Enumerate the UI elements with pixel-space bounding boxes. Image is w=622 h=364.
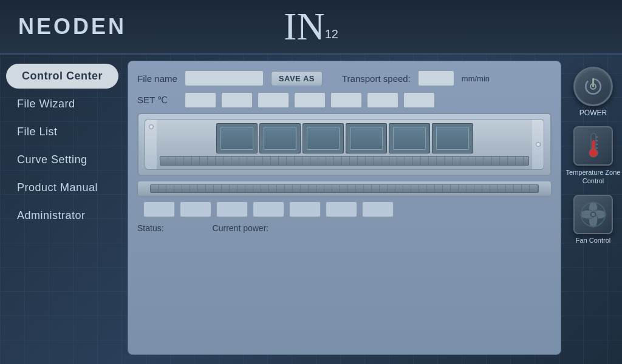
speed-unit: mm/min (462, 74, 490, 83)
save-as-button[interactable]: SAVE AS (271, 71, 323, 86)
zone-5 (389, 123, 430, 153)
sidebar-item-administrator[interactable]: Administrator (6, 203, 118, 228)
oven-visualization (137, 113, 552, 176)
zone-6 (432, 123, 473, 153)
file-label: File name (137, 73, 177, 84)
svg-point-5 (589, 149, 598, 157)
zone-2 (259, 123, 301, 153)
sidebar-item-curve-setting[interactable]: Curve Setting (6, 147, 118, 172)
fan-label: Fan Control (576, 237, 610, 244)
temp-zone-group: Temperature Zone Control (564, 126, 622, 186)
oven-left-cap (145, 119, 157, 170)
bottom-box-1[interactable] (143, 201, 175, 217)
oven-right-cap (532, 119, 544, 170)
heating-zones (160, 123, 529, 153)
sidebar: Control Center File Wizard File List Cur… (0, 55, 125, 364)
zone-3 (302, 123, 344, 153)
transport-label: Transport speed: (342, 73, 411, 84)
sidebar-item-product-manual[interactable]: Product Manual (6, 175, 118, 200)
current-power-label: Current power: (213, 223, 269, 233)
zone-5-inner (393, 127, 426, 150)
bottom-box-4[interactable] (253, 201, 284, 217)
set-temp-row: SET ℃ (137, 92, 552, 108)
fan-icon (579, 201, 607, 228)
power-label: POWER (579, 109, 607, 117)
temp-zone-button[interactable] (573, 126, 613, 166)
bottom-temp-boxes (137, 201, 552, 217)
power-group: POWER (573, 67, 613, 117)
temp-box-5[interactable] (330, 92, 362, 108)
sidebar-item-control-center[interactable]: Control Center (6, 64, 118, 89)
zone-4-inner (350, 127, 383, 150)
zone-1-inner (220, 127, 253, 150)
bottom-box-6[interactable] (326, 201, 357, 217)
set-temp-label: SET ℃ (137, 95, 180, 106)
zone-3-inner (307, 127, 340, 150)
temp-box-1[interactable] (185, 92, 216, 108)
right-panel: POWER Temperature Zone Control (564, 61, 622, 355)
logo-n: N (296, 7, 324, 46)
main-panel: File name SAVE AS Transport speed: mm/mi… (128, 61, 561, 355)
bottom-box-3[interactable] (216, 201, 248, 217)
sidebar-item-file-list[interactable]: File List (6, 120, 118, 144)
status-label: Status: (137, 223, 164, 233)
logo: I N 12 (284, 7, 338, 46)
thermometer-icon (584, 131, 603, 161)
fan-button[interactable] (573, 195, 613, 234)
zone-6-inner (436, 127, 469, 150)
temp-box-4[interactable] (294, 92, 326, 108)
zone-1 (216, 123, 258, 153)
oven-body (157, 119, 532, 170)
conveyor-track (160, 156, 529, 166)
temp-box-2[interactable] (221, 92, 253, 108)
brand-name: NEODEN (18, 14, 126, 39)
temp-box-6[interactable] (367, 92, 398, 108)
top-controls: File name SAVE AS Transport speed: mm/mi… (137, 70, 552, 86)
header: NEODEN I N 12 (0, 0, 622, 55)
logo-sub: 12 (325, 27, 338, 41)
logo-i: I (284, 7, 296, 46)
transport-speed-input[interactable] (418, 70, 454, 86)
power-button[interactable] (573, 67, 613, 106)
zone-2-inner (264, 127, 296, 150)
bottom-box-5[interactable] (289, 201, 321, 217)
bottom-box-2[interactable] (180, 201, 211, 217)
power-icon (583, 76, 604, 97)
fan-control-group: Fan Control (573, 195, 613, 244)
status-row: Status: Current power: (137, 223, 552, 233)
sidebar-item-file-wizard[interactable]: File Wizard (6, 92, 118, 116)
bottom-conveyor-track (150, 184, 539, 193)
bottom-conveyor (137, 181, 552, 197)
temp-box-3[interactable] (258, 92, 289, 108)
file-name-input[interactable] (185, 70, 264, 86)
bottom-box-7[interactable] (362, 201, 394, 217)
oven-right-cap-dot (536, 142, 541, 147)
temp-box-7[interactable] (403, 92, 435, 108)
zone-4 (346, 123, 387, 153)
temp-zone-label: Temperature Zone Control (564, 168, 622, 186)
